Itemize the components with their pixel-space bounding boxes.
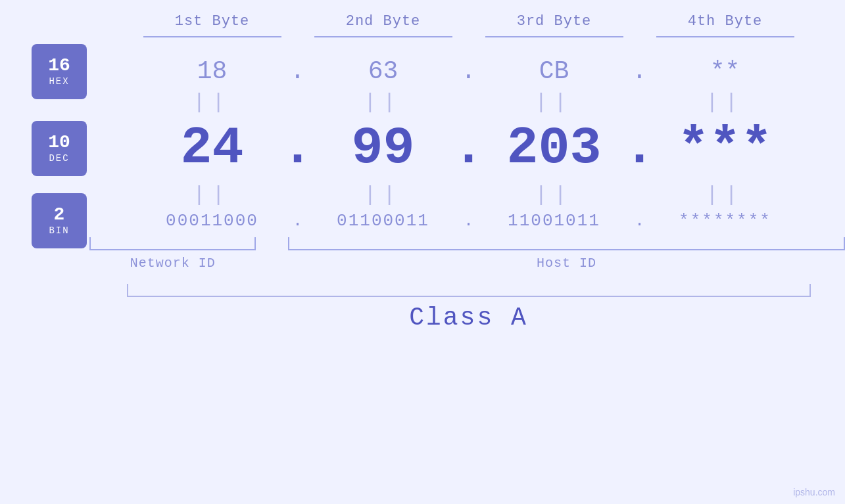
bin-dot2: . xyxy=(452,211,485,231)
eq1-byte2: || xyxy=(314,90,452,114)
hex-badge-label: HEX xyxy=(49,76,69,87)
byte1-top-bracket xyxy=(143,36,281,37)
watermark: ipshu.com xyxy=(793,487,835,497)
byte-headers-row: 1st Byte 2nd Byte 3rd Byte 4th Byte xyxy=(0,13,845,30)
bin-byte4: ******** xyxy=(656,211,794,231)
eq2-byte4: || xyxy=(656,183,794,207)
dec-badge: 10 DEC xyxy=(32,121,87,176)
eq1-byte1: || xyxy=(143,90,281,114)
bin-values: 00011000 . 01100011 . 11001011 . *******… xyxy=(143,211,794,231)
bin-dot1: . xyxy=(281,211,314,231)
byte4-header: 4th Byte xyxy=(656,13,794,30)
dec-badge-number: 10 xyxy=(48,133,70,152)
dec-dot1: . xyxy=(281,122,314,175)
hex-badge: 16 HEX xyxy=(32,44,87,99)
bin-badge: 2 BIN xyxy=(32,193,87,248)
network-id-bracket: Network ID xyxy=(89,237,256,271)
dec-badge-label: DEC xyxy=(49,153,69,164)
eq2-byte3: || xyxy=(485,183,623,207)
bin-badge-label: BIN xyxy=(49,225,69,236)
bin-badge-number: 2 xyxy=(54,206,65,224)
dec-byte2: 99 xyxy=(314,118,452,178)
byte1-header: 1st Byte xyxy=(143,13,281,30)
hex-byte1: 18 xyxy=(143,57,281,85)
bin-dot3: . xyxy=(623,211,656,231)
byte2-top-bracket xyxy=(314,36,452,37)
top-bracket-row xyxy=(0,36,845,37)
hex-values: 18 . 63 . CB . ** xyxy=(143,57,794,85)
class-label: Class A xyxy=(409,304,528,332)
bin-row: 2 BIN 00011000 . 01100011 . 11001011 . *… xyxy=(0,211,845,231)
bin-byte1: 00011000 xyxy=(143,211,281,231)
eq2-byte2: || xyxy=(314,183,452,207)
eq1-byte4: || xyxy=(656,90,794,114)
equals-row-1: || || || || xyxy=(0,85,845,118)
byte3-header: 3rd Byte xyxy=(485,13,623,30)
dec-dot3: . xyxy=(623,122,656,175)
byte2-header: 2nd Byte xyxy=(314,13,452,30)
class-bracket: Class A xyxy=(127,284,811,332)
hex-badge-number: 16 xyxy=(48,57,70,75)
bin-byte3: 11001011 xyxy=(485,211,623,231)
byte4-top-bracket xyxy=(656,36,794,37)
main-container: 1st Byte 2nd Byte 3rd Byte 4th Byte 16 H… xyxy=(0,0,845,504)
hex-byte3: CB xyxy=(485,57,623,85)
hex-dot1: . xyxy=(281,57,314,85)
dec-dot2: . xyxy=(452,122,485,175)
class-outer-line xyxy=(127,284,811,297)
network-id-line xyxy=(89,237,256,250)
hex-dot3: . xyxy=(623,57,656,85)
host-id-label: Host ID xyxy=(537,256,596,271)
hex-byte4: ** xyxy=(656,57,794,85)
equals-row-2: || || || || xyxy=(0,178,845,211)
dec-byte4: *** xyxy=(656,118,794,178)
hex-row: 16 HEX 18 . 63 . CB . ** xyxy=(0,57,845,85)
hex-byte2: 63 xyxy=(314,57,452,85)
class-row: Class A xyxy=(0,284,845,332)
network-id-label: Network ID xyxy=(130,256,216,271)
dec-values: 24 . 99 . 203 . *** xyxy=(143,118,794,178)
bottom-bracket-row: Network ID Host ID xyxy=(0,237,845,271)
host-id-line xyxy=(288,237,845,250)
dec-row: 10 DEC 24 . 99 . 203 . *** xyxy=(0,118,845,178)
byte3-top-bracket xyxy=(485,36,623,37)
eq2-byte1: || xyxy=(143,183,281,207)
dec-byte1: 24 xyxy=(143,118,281,178)
dec-byte3: 203 xyxy=(485,118,623,178)
host-id-bracket: Host ID xyxy=(288,237,845,271)
hex-dot2: . xyxy=(452,57,485,85)
eq1-byte3: || xyxy=(485,90,623,114)
bin-byte2: 01100011 xyxy=(314,211,452,231)
